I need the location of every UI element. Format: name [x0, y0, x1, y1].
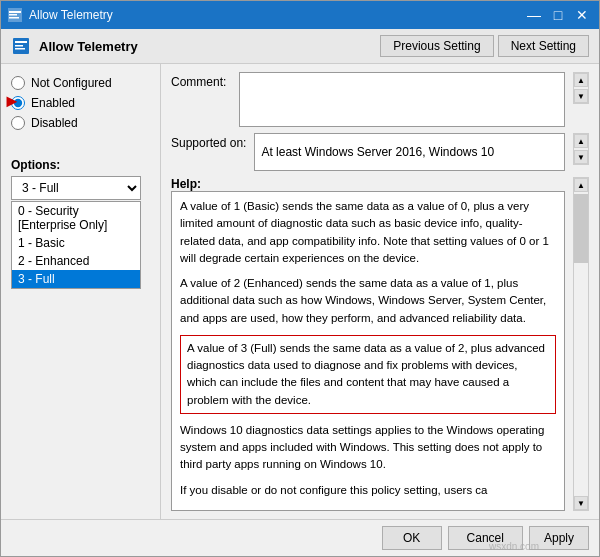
next-setting-button[interactable]: Next Setting — [498, 35, 589, 57]
help-scroll-down[interactable]: ▼ — [574, 496, 588, 510]
enabled-option[interactable]: Enabled — [11, 96, 150, 110]
radio-section: ► Not Configured Enabled Disabled — [11, 76, 150, 130]
svg-rect-3 — [9, 17, 19, 19]
help-scroll-thumb[interactable] — [574, 194, 588, 263]
help-paragraph-4: Windows 10 diagnostics data settings app… — [180, 422, 556, 474]
svg-rect-7 — [15, 48, 25, 50]
disabled-option[interactable]: Disabled — [11, 116, 150, 130]
comment-scroll-up[interactable]: ▲ — [574, 73, 588, 87]
left-panel: ► Not Configured Enabled Disabled — [1, 64, 161, 519]
comment-textarea[interactable] — [239, 72, 565, 127]
not-configured-label: Not Configured — [31, 76, 112, 90]
dropdown-item-security[interactable]: 0 - Security [Enterprise Only] — [12, 202, 140, 234]
maximize-button[interactable]: □ — [547, 5, 569, 25]
main-window: Allow Telemetry — □ ✕ Allow Telemetry Pr… — [0, 0, 600, 557]
title-bar-text: Allow Telemetry — [29, 8, 523, 22]
options-section: Options: 3 - Full 0 - Security [Enterpri… — [11, 148, 150, 289]
comment-section: Comment: ▲ ▼ — [171, 72, 589, 127]
ok-button[interactable]: OK — [382, 526, 442, 550]
close-button[interactable]: ✕ — [571, 5, 593, 25]
header-policy-icon — [11, 36, 31, 56]
comment-label: Comment: — [171, 72, 231, 89]
help-panel: Help: A value of 1 (Basic) sends the sam… — [171, 177, 565, 511]
dropdown-wrapper: 3 - Full 0 - Security [Enterprise Only] … — [11, 176, 150, 200]
comment-scrollbar[interactable]: ▲ ▼ — [573, 72, 589, 104]
supported-label: Supported on: — [171, 133, 246, 150]
radio-group: Not Configured Enabled Disabled — [11, 76, 150, 130]
watermark: wsxdn.com — [489, 541, 539, 552]
telemetry-level-dropdown[interactable]: 3 - Full 0 - Security [Enterprise Only] … — [11, 176, 141, 200]
header-title: Allow Telemetry — [39, 39, 380, 54]
comment-scroll-down[interactable]: ▼ — [574, 89, 588, 103]
help-label: Help: — [171, 177, 565, 191]
help-content-area: Help: A value of 1 (Basic) sends the sam… — [171, 177, 589, 511]
help-scrollbar[interactable]: ▲ ▼ — [573, 177, 589, 511]
help-textbox[interactable]: A value of 1 (Basic) sends the same data… — [171, 191, 565, 511]
svg-rect-1 — [9, 11, 21, 13]
supported-text: At least Windows Server 2016, Windows 10 — [261, 145, 494, 159]
dropdown-item-enhanced[interactable]: 2 - Enhanced — [12, 252, 140, 270]
header-bar: Allow Telemetry Previous Setting Next Se… — [1, 29, 599, 64]
supported-section: Supported on: At least Windows Server 20… — [171, 133, 589, 171]
svg-rect-5 — [15, 41, 27, 43]
right-panel: Comment: ▲ ▼ Supported on: At least Wind… — [161, 64, 599, 519]
minimize-button[interactable]: — — [523, 5, 545, 25]
supported-value: At least Windows Server 2016, Windows 10 — [254, 133, 565, 171]
help-scroll-up[interactable]: ▲ — [574, 178, 588, 192]
title-bar: Allow Telemetry — □ ✕ — [1, 1, 599, 29]
svg-rect-2 — [9, 14, 17, 16]
title-bar-icon — [7, 7, 23, 23]
supported-scroll-up[interactable]: ▲ — [574, 134, 588, 148]
not-configured-radio[interactable] — [11, 76, 25, 90]
header-buttons: Previous Setting Next Setting — [380, 35, 589, 57]
dropdown-item-full[interactable]: 3 - Full — [12, 270, 140, 288]
help-paragraph-5: If you disable or do not configure this … — [180, 482, 556, 499]
supported-scroll-down[interactable]: ▼ — [574, 150, 588, 164]
content-area: ► Not Configured Enabled Disabled — [1, 64, 599, 519]
help-paragraph-2: A value of 2 (Enhanced) sends the same d… — [180, 275, 556, 327]
help-paragraph-1: A value of 1 (Basic) sends the same data… — [180, 198, 556, 267]
disabled-label: Disabled — [31, 116, 78, 130]
title-bar-controls: — □ ✕ — [523, 5, 593, 25]
enabled-label: Enabled — [31, 96, 75, 110]
options-label: Options: — [11, 158, 150, 172]
supported-scrollbar[interactable]: ▲ ▼ — [573, 133, 589, 165]
help-section: Help: A value of 1 (Basic) sends the sam… — [171, 177, 589, 511]
help-paragraph-3-highlighted: A value of 3 (Full) sends the same data … — [180, 335, 556, 414]
enabled-arrow-indicator: ► — [3, 92, 21, 110]
not-configured-option[interactable]: Not Configured — [11, 76, 150, 90]
previous-setting-button[interactable]: Previous Setting — [380, 35, 493, 57]
footer-bar: OK Cancel Apply wsxdn.com — [1, 519, 599, 556]
dropdown-list: 0 - Security [Enterprise Only] 1 - Basic… — [11, 201, 141, 289]
dropdown-item-basic[interactable]: 1 - Basic — [12, 234, 140, 252]
disabled-radio[interactable] — [11, 116, 25, 130]
svg-rect-6 — [15, 45, 23, 47]
